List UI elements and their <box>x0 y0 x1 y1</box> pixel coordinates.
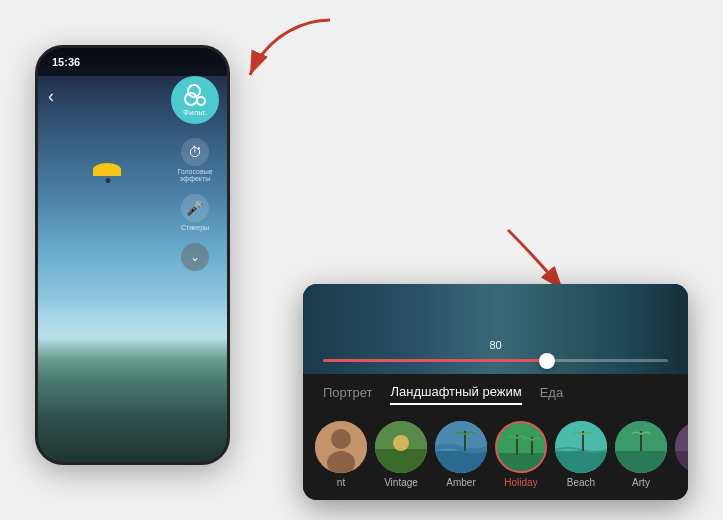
filter-thumb-arty <box>615 421 667 473</box>
filter-label-beach: Beach <box>567 477 595 488</box>
svg-point-7 <box>393 435 409 451</box>
filter-item-amber[interactable]: Amber <box>435 421 487 488</box>
status-bar: 15:36 <box>38 48 227 76</box>
svg-rect-12 <box>497 453 547 473</box>
filter-item-nt[interactable]: nt <box>315 421 367 488</box>
filter-label-holiday: Holiday <box>504 477 537 488</box>
slider-value: 80 <box>489 339 501 351</box>
tab-landscape[interactable]: Ландшафтный режим <box>390 384 521 405</box>
filter-holiday-image <box>497 423 547 473</box>
filter-item-arty[interactable]: Arty <box>615 421 667 488</box>
paraglider <box>93 163 123 183</box>
svg-rect-16 <box>555 451 607 473</box>
filter-item-holiday[interactable]: Holiday <box>495 421 547 488</box>
filter-thumb-mi <box>675 421 688 473</box>
bottom-panel: 80 Портрет Ландшафтный режим Еда nt <box>303 284 688 500</box>
slider-track[interactable] <box>323 359 668 362</box>
tab-food[interactable]: Еда <box>540 385 564 404</box>
slider-container[interactable]: 80 <box>323 359 668 362</box>
slider-thumb[interactable] <box>539 353 555 369</box>
tab-portrait[interactable]: Портрет <box>323 385 372 404</box>
filter-label-vintage: Vintage <box>384 477 418 488</box>
filter-label: Фильт. <box>183 108 207 117</box>
filter-label-arty: Arty <box>632 477 650 488</box>
filter-thumb-vintage <box>375 421 427 473</box>
svg-rect-9 <box>435 451 487 473</box>
filter-label-amber: Amber <box>446 477 475 488</box>
svg-rect-19 <box>615 451 667 473</box>
arrow-top <box>230 10 350 90</box>
svg-point-3 <box>331 429 351 449</box>
filter-thumb-holiday <box>495 421 547 473</box>
voice-effects-label: Голосовыеэффекты <box>177 168 212 182</box>
phone-screen: 15:36 ‹ Фильт. ⏱ Голосовыеэффекты 🎤 Стик… <box>38 48 227 462</box>
filter-arty-image <box>615 421 667 473</box>
filter-label-nt: nt <box>337 477 345 488</box>
filter-thumb-beach <box>555 421 607 473</box>
sidebar: Фильт. ⏱ Голосовыеэффекты 🎤 Стикеры ⌄ <box>171 76 219 271</box>
stickers-icon: 🎤 <box>181 194 209 222</box>
filter-amber-image <box>435 421 487 473</box>
stickers-button[interactable]: 🎤 Стикеры <box>181 194 209 231</box>
filter-nt-image <box>315 421 367 473</box>
phone-mockup: 15:36 ‹ Фильт. ⏱ Голосовыеэффекты 🎤 Стик… <box>35 45 230 465</box>
filter-vintage-image <box>375 421 427 473</box>
svg-rect-6 <box>375 449 427 473</box>
filters-row: nt Vintage <box>303 413 688 500</box>
filter-beach-image <box>555 421 607 473</box>
more-options-button[interactable]: ⌄ <box>181 243 209 271</box>
voice-effects-button[interactable]: ⏱ Голосовыеэффекты <box>177 138 212 182</box>
paraglider-canopy <box>93 163 121 176</box>
filter-thumb-amber <box>435 421 487 473</box>
filter-mi-image <box>675 421 688 473</box>
filter-thumb-nt <box>315 421 367 473</box>
status-time: 15:36 <box>52 56 80 68</box>
filter-button[interactable]: Фильт. <box>171 76 219 124</box>
panel-image: 80 <box>303 284 688 374</box>
voice-effects-icon: ⏱ <box>181 138 209 166</box>
filter-item-beach[interactable]: Beach <box>555 421 607 488</box>
stickers-label: Стикеры <box>181 224 209 231</box>
back-button[interactable]: ‹ <box>48 86 54 107</box>
filter-item-vintage[interactable]: Vintage <box>375 421 427 488</box>
svg-rect-22 <box>675 451 688 473</box>
panel-tabs: Портрет Ландшафтный режим Еда <box>303 374 688 413</box>
filter-item-mi[interactable]: Mi... <box>675 421 688 488</box>
slider-fill <box>323 359 547 362</box>
paraglider-person <box>106 178 111 183</box>
filter-icon <box>184 84 206 106</box>
